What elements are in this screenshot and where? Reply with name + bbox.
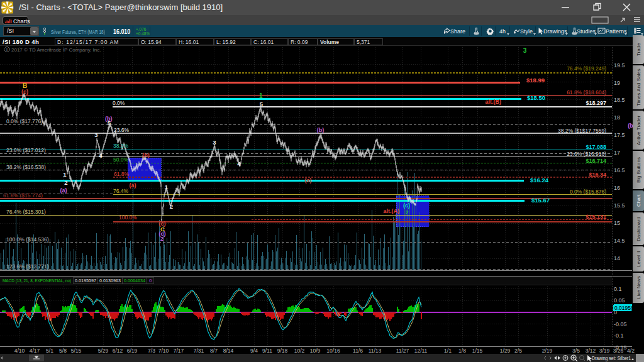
svg-text:0.0064634: 0.0064634 bbox=[124, 278, 145, 283]
svg-text:5/8: 5/8 bbox=[59, 348, 67, 354]
svg-text:7/10: 7/10 bbox=[158, 348, 169, 354]
svg-text:4/10: 4/10 bbox=[14, 348, 25, 354]
svg-text:$18.50: $18.50 bbox=[527, 94, 545, 101]
svg-text:18: 18 bbox=[614, 114, 620, 121]
svg-text:MACD (13, 21, 8, EXPONENTIAL,: MACD (13, 21, 8, EXPONENTIAL, no) bbox=[3, 278, 71, 283]
svg-text:15: 15 bbox=[614, 220, 620, 226]
svg-text:$15.67: $15.67 bbox=[531, 197, 550, 204]
svg-text:12/11: 12/11 bbox=[414, 348, 428, 354]
svg-text:38.2%: 38.2% bbox=[113, 143, 129, 149]
svg-text:23.6%: 23.6% bbox=[114, 127, 130, 133]
svg-text:8/14: 8/14 bbox=[223, 348, 234, 354]
svg-text:10/9: 10/9 bbox=[310, 348, 321, 354]
svg-text:0.01956: 0.01956 bbox=[614, 305, 634, 311]
svg-text:1: 1 bbox=[63, 171, 67, 178]
svg-text:14: 14 bbox=[614, 255, 620, 261]
svg-text:3/26: 3/26 bbox=[613, 348, 624, 354]
svg-text:2: 2 bbox=[64, 179, 67, 186]
svg-text:7/17: 7/17 bbox=[174, 348, 184, 354]
svg-text:3: 3 bbox=[213, 139, 216, 146]
svg-text:61.8% ($15.774): 61.8% ($15.774) bbox=[3, 192, 43, 199]
svg-text:16: 16 bbox=[614, 185, 620, 191]
svg-text:5/29: 5/29 bbox=[98, 348, 109, 354]
svg-text:(b): (b) bbox=[105, 116, 113, 122]
svg-text:17: 17 bbox=[614, 150, 620, 156]
svg-text:14.5: 14.5 bbox=[614, 238, 625, 244]
svg-text:23.6% ($16.916): 23.6% ($16.916) bbox=[567, 151, 606, 157]
svg-text:1: 1 bbox=[259, 92, 263, 99]
svg-text:(b): (b) bbox=[142, 152, 150, 158]
svg-text:1/1: 1/1 bbox=[444, 348, 452, 354]
svg-text:4/2: 4/2 bbox=[627, 348, 635, 354]
svg-text:0: 0 bbox=[149, 278, 152, 283]
svg-text:3/12: 3/12 bbox=[586, 348, 596, 354]
svg-text:38.2% ($1$17.7559): 38.2% ($1$17.7559) bbox=[558, 128, 606, 134]
svg-text:15.5: 15.5 bbox=[614, 202, 625, 209]
svg-text:5/1: 5/1 bbox=[46, 348, 53, 354]
svg-text:7/3: 7/3 bbox=[148, 348, 155, 354]
svg-text:$15.131: $15.131 bbox=[586, 214, 606, 220]
svg-text:6/12: 6/12 bbox=[113, 348, 123, 354]
svg-text:9/11: 9/11 bbox=[262, 348, 272, 354]
svg-text:$18.297: $18.297 bbox=[586, 100, 606, 106]
svg-text:2017 © TD Ameritrade IP Compan: 2017 © TD Ameritrade IP Company, Inc. bbox=[11, 47, 101, 53]
svg-text:alt.(B): alt.(B) bbox=[486, 99, 502, 105]
svg-text:3: 3 bbox=[94, 131, 97, 138]
svg-text:Drawing set: Silber1: Drawing set: Silber1 bbox=[592, 355, 631, 361]
svg-text:1/8: 1/8 bbox=[458, 348, 466, 354]
svg-text:0.0195597: 0.0195597 bbox=[75, 278, 96, 283]
svg-text:4/17: 4/17 bbox=[30, 348, 40, 354]
svg-text:(a): (a) bbox=[60, 187, 67, 194]
svg-text:-0.1: -0.1 bbox=[614, 332, 624, 339]
svg-text:(c): (c) bbox=[403, 202, 410, 209]
svg-text:7/31: 7/31 bbox=[194, 348, 204, 354]
svg-text:61.8% ($18.604): 61.8% ($18.604) bbox=[567, 89, 606, 96]
svg-text:1: 1 bbox=[165, 184, 169, 190]
svg-text:(b): (b) bbox=[317, 127, 325, 133]
svg-text:2: 2 bbox=[170, 203, 173, 210]
svg-text:11/27: 11/27 bbox=[396, 348, 409, 354]
svg-text:2: 2 bbox=[405, 209, 408, 216]
svg-text:2: 2 bbox=[160, 235, 164, 242]
svg-text:18.5: 18.5 bbox=[614, 97, 625, 103]
svg-text:9/4: 9/4 bbox=[250, 348, 258, 354]
svg-text:i: i bbox=[6, 47, 8, 52]
svg-text:10/16: 10/16 bbox=[326, 348, 340, 354]
svg-text:76.4%: 76.4% bbox=[113, 188, 129, 194]
svg-text:5: 5 bbox=[260, 101, 264, 107]
svg-text:11/13: 11/13 bbox=[369, 348, 382, 354]
svg-text:19.5: 19.5 bbox=[614, 62, 625, 69]
svg-text:38.2% ($16.538): 38.2% ($16.538) bbox=[6, 164, 46, 170]
svg-text:8/7: 8/7 bbox=[210, 348, 218, 354]
svg-text:2/19: 2/19 bbox=[542, 348, 553, 354]
svg-text:0.0%: 0.0% bbox=[113, 100, 125, 106]
svg-text:76.4% ($15.301): 76.4% ($15.301) bbox=[6, 209, 46, 215]
svg-text:3/19: 3/19 bbox=[599, 348, 610, 354]
svg-text:5/15: 5/15 bbox=[71, 348, 82, 354]
svg-text:11/6: 11/6 bbox=[353, 348, 363, 354]
svg-text:$16.34: $16.34 bbox=[589, 172, 606, 178]
svg-text:alt.(A): alt.(A) bbox=[384, 208, 400, 214]
svg-text:19: 19 bbox=[614, 80, 620, 86]
svg-text:(a): (a) bbox=[130, 182, 136, 189]
svg-text:3/5: 3/5 bbox=[572, 348, 580, 354]
svg-text:0.05: 0.05 bbox=[614, 297, 625, 304]
svg-text:17.5: 17.5 bbox=[614, 132, 625, 138]
svg-text:-0.05: -0.05 bbox=[614, 321, 627, 327]
svg-text:0.0130963: 0.0130963 bbox=[99, 278, 121, 283]
svg-text:0.0% ($15.876): 0.0% ($15.876) bbox=[570, 189, 606, 195]
svg-text:$16.24: $16.24 bbox=[530, 177, 549, 184]
svg-text:76.4% ($19.249): 76.4% ($19.249) bbox=[567, 65, 606, 72]
svg-text:0.0% ($17.776): 0.0% ($17.776) bbox=[6, 118, 43, 124]
svg-text:$17.088: $17.088 bbox=[586, 144, 606, 150]
svg-text:(c): (c) bbox=[21, 89, 28, 95]
svg-text:4: 4 bbox=[237, 160, 241, 167]
svg-text:9/18: 9/18 bbox=[277, 348, 288, 354]
svg-text:16.5: 16.5 bbox=[614, 167, 625, 173]
svg-text:$16.714: $16.714 bbox=[586, 158, 606, 164]
svg-text:0.1: 0.1 bbox=[614, 286, 622, 292]
svg-text:$18.99: $18.99 bbox=[526, 77, 545, 84]
svg-text:6/19: 6/19 bbox=[127, 348, 138, 354]
svg-text:100.0%: 100.0% bbox=[119, 214, 137, 221]
svg-text:50.0%: 50.0% bbox=[113, 156, 129, 163]
